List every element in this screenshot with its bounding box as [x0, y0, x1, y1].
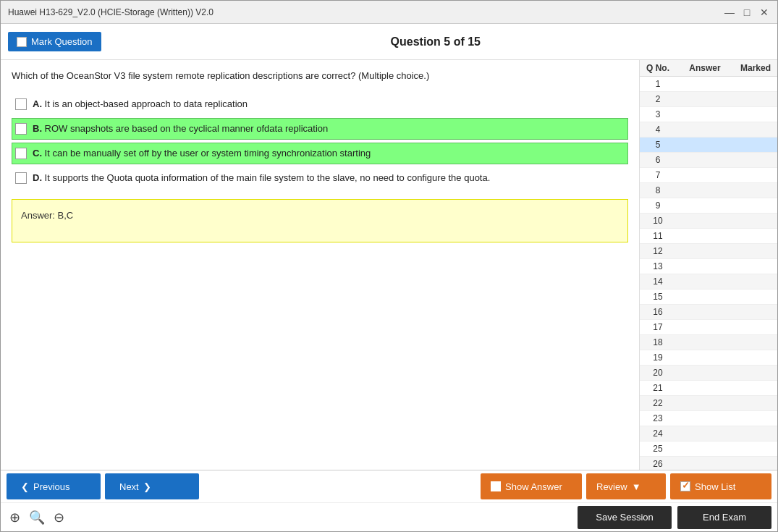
- prev-arrow-icon: ❮: [21, 481, 29, 492]
- button-row-1: ❮ Previous Next ❯ Show Answer Review ▼ S…: [1, 470, 777, 502]
- button-row-2: ⊕ 🔍 ⊖ Save Session End Exam: [1, 502, 777, 531]
- sidebar-marked-cell: [734, 396, 777, 410]
- sidebar-answer-header: Answer: [676, 60, 734, 76]
- sidebar-row[interactable]: 9: [640, 198, 777, 214]
- sidebar-row[interactable]: 22: [640, 396, 777, 411]
- sidebar-qno-cell: 14: [640, 274, 676, 289]
- sidebar-answer-cell: [676, 122, 734, 137]
- sidebar-marked-cell: [734, 198, 777, 213]
- sidebar-marked-cell: [734, 138, 777, 152]
- sidebar-qno-cell: 16: [640, 305, 676, 319]
- sidebar-row[interactable]: 19: [640, 350, 777, 366]
- close-button[interactable]: ✕: [758, 7, 770, 18]
- option-d-text: D. It supports the Quota quota informati…: [33, 172, 490, 185]
- sidebar-qno-cell: 23: [640, 411, 676, 426]
- sidebar-qno-cell: 5: [640, 138, 676, 152]
- sidebar-row[interactable]: 1: [640, 77, 777, 92]
- sidebar-row[interactable]: 14: [640, 274, 777, 290]
- sidebar-row[interactable]: 12: [640, 244, 777, 259]
- mark-checkbox-icon: [17, 37, 27, 47]
- show-list-label: Show List: [695, 481, 735, 492]
- sidebar-row[interactable]: 16: [640, 305, 777, 320]
- sidebar-row[interactable]: 21: [640, 381, 777, 396]
- sidebar-qno-cell: 7: [640, 168, 676, 182]
- sidebar-answer-cell: [676, 366, 734, 380]
- show-answer-button[interactable]: Show Answer: [481, 473, 582, 499]
- sidebar-row[interactable]: 23: [640, 411, 777, 426]
- answer-box: Answer: B,C: [12, 199, 628, 242]
- option-d-checkbox[interactable]: [15, 172, 27, 184]
- sidebar-qno-cell: 22: [640, 396, 676, 410]
- option-a-text: A. It is an object-based approach to dat…: [33, 98, 248, 111]
- option-d-row[interactable]: D. It supports the Quota quota informati…: [12, 167, 628, 189]
- zoom-controls: ⊕ 🔍 ⊖: [7, 508, 67, 527]
- sidebar-row[interactable]: 15: [640, 290, 777, 305]
- question-text: Which of the OceanStor V3 file system re…: [12, 69, 628, 83]
- option-c-text: C. It can be manually set off by the use…: [33, 147, 371, 160]
- zoom-reset-button[interactable]: 🔍: [26, 508, 48, 527]
- previous-button[interactable]: ❮ Previous: [7, 473, 101, 499]
- mark-question-button[interactable]: Mark Question: [8, 32, 101, 51]
- sidebar-row[interactable]: 3: [640, 107, 777, 122]
- sidebar-marked-cell: [734, 320, 777, 334]
- next-button[interactable]: Next ❯: [105, 473, 199, 499]
- option-a-checkbox[interactable]: [15, 98, 27, 110]
- sidebar-marked-cell: [734, 214, 777, 228]
- sidebar-row[interactable]: 10: [640, 214, 777, 229]
- question-title: Question 5 of 15: [101, 35, 770, 48]
- sidebar-row[interactable]: 24: [640, 426, 777, 442]
- sidebar-qno-cell: 3: [640, 107, 676, 122]
- sidebar-row[interactable]: 4: [640, 122, 777, 138]
- zoom-in-button[interactable]: ⊕: [7, 508, 23, 527]
- maximize-button[interactable]: □: [741, 7, 753, 18]
- sidebar-row[interactable]: 18: [640, 335, 777, 350]
- sidebar-answer-cell: [676, 198, 734, 213]
- end-exam-button[interactable]: End Exam: [677, 506, 771, 529]
- sidebar-row[interactable]: 25: [640, 442, 777, 457]
- sidebar-qno-cell: 18: [640, 335, 676, 350]
- sidebar-answer-cell: [676, 183, 734, 198]
- sidebar-row[interactable]: 2: [640, 92, 777, 107]
- sidebar-row[interactable]: 13: [640, 259, 777, 274]
- show-answer-label: Show Answer: [505, 481, 562, 492]
- sidebar-marked-cell: [734, 366, 777, 380]
- sidebar-answer-cell: [676, 305, 734, 319]
- sidebar-row[interactable]: 11: [640, 229, 777, 244]
- sidebar-marked-cell: [734, 350, 777, 365]
- sidebar-row[interactable]: 6: [640, 153, 777, 168]
- option-c-checkbox[interactable]: [15, 148, 27, 159]
- option-c-row[interactable]: C. It can be manually set off by the use…: [12, 143, 628, 164]
- sidebar-answer-cell: [676, 153, 734, 167]
- sidebar-answer-cell: [676, 214, 734, 228]
- sidebar-answer-cell: [676, 274, 734, 289]
- toolbar: Mark Question Question 5 of 15: [1, 24, 777, 60]
- main-window: Huawei H13-629_V2.0 (HCIE-Storage (Writt…: [0, 0, 778, 532]
- sidebar-row[interactable]: 17: [640, 320, 777, 335]
- sidebar-row[interactable]: 7: [640, 168, 777, 183]
- sidebar-answer-cell: [676, 229, 734, 243]
- save-session-button[interactable]: Save Session: [578, 506, 672, 529]
- zoom-out-button[interactable]: ⊖: [51, 508, 67, 527]
- option-a-row[interactable]: A. It is an object-based approach to dat…: [12, 93, 628, 115]
- sidebar-marked-cell: [734, 381, 777, 395]
- minimize-button[interactable]: —: [724, 7, 735, 18]
- option-b-row[interactable]: B. ROW snapshots are based on the cyclic…: [12, 118, 628, 140]
- sidebar-row[interactable]: 5: [640, 138, 777, 153]
- sidebar-row[interactable]: 26: [640, 457, 777, 470]
- next-label: Next: [119, 481, 139, 492]
- sidebar-qno-header: Q No.: [640, 60, 676, 76]
- sidebar-qno-cell: 26: [640, 457, 676, 470]
- show-list-button[interactable]: Show List: [670, 473, 771, 499]
- option-b-checkbox[interactable]: [15, 123, 27, 135]
- review-button[interactable]: Review ▼: [586, 473, 666, 499]
- sidebar-qno-cell: 11: [640, 229, 676, 243]
- sidebar-qno-cell: 6: [640, 153, 676, 167]
- sidebar-answer-cell: [676, 77, 734, 91]
- sidebar-row[interactable]: 8: [640, 183, 777, 198]
- review-label: Review: [596, 481, 627, 492]
- sidebar-row[interactable]: 20: [640, 366, 777, 381]
- question-area: Which of the OceanStor V3 file system re…: [1, 60, 640, 470]
- sidebar-marked-cell: [734, 290, 777, 304]
- sidebar-answer-cell: [676, 259, 734, 274]
- bottom-bar: ❮ Previous Next ❯ Show Answer Review ▼ S…: [1, 470, 777, 531]
